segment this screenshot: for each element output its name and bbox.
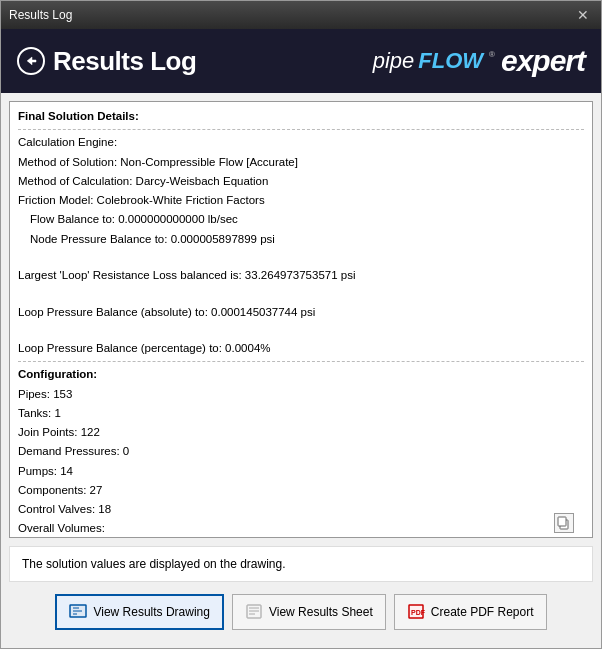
log-config-6: Control Valves: 18 — [18, 501, 584, 518]
brand-pipeflow-expert: pipe FLOW ® expert — [373, 44, 585, 78]
log-config-2: Join Points: 122 — [18, 424, 584, 441]
view-drawing-icon — [69, 604, 87, 620]
header-banner: Results Log pipe FLOW ® expert — [1, 29, 601, 93]
log-divider-top — [18, 129, 584, 130]
log-config-5: Components: 27 — [18, 482, 584, 499]
log-section-title: Final Solution Details: — [18, 108, 584, 125]
svg-text:PDF: PDF — [411, 609, 425, 616]
view-sheet-icon — [245, 604, 263, 620]
log-line-0: Calculation Engine: — [18, 134, 584, 151]
main-window: Results Log ✕ Results Log pipe FLOW ® ex… — [0, 0, 602, 649]
log-config-title: Configuration: — [18, 366, 584, 383]
log-config-4: Pumps: 14 — [18, 463, 584, 480]
svg-rect-1 — [558, 517, 566, 526]
brand-circle-icon — [17, 47, 45, 75]
log-config-0: Pipes: 153 — [18, 386, 584, 403]
create-pdf-label: Create PDF Report — [431, 605, 534, 619]
copy-icon[interactable] — [554, 513, 574, 533]
log-divider-mid — [18, 361, 584, 362]
log-line-11: Loop Pressure Balance (percentage) to: 0… — [18, 340, 584, 357]
log-line-3: Friction Model: Colebrook-White Friction… — [18, 192, 584, 209]
log-line-4: Flow Balance to: 0.000000000000 lb/sec — [18, 211, 584, 228]
log-config-3: Demand Pressures: 0 — [18, 443, 584, 460]
svg-rect-6 — [247, 605, 261, 618]
title-bar: Results Log ✕ — [1, 1, 601, 29]
brand-expert-label: expert — [501, 44, 585, 78]
solution-message: The solution values are displayed on the… — [9, 546, 593, 582]
brand-results-label: Results Log — [53, 46, 196, 77]
log-config-7: Overall Volumes: — [18, 520, 584, 537]
view-results-sheet-button[interactable]: View Results Sheet — [232, 594, 386, 630]
log-line-2: Method of Calculation: Darcy-Weisbach Eq… — [18, 173, 584, 190]
buttons-row: View Results Drawing View Results Sheet — [9, 590, 593, 640]
log-text-area[interactable]: Final Solution Details: Calculation Engi… — [10, 102, 592, 537]
title-bar-text: Results Log — [9, 8, 72, 22]
brand-pipe-label: pipe — [373, 48, 415, 74]
close-button[interactable]: ✕ — [573, 6, 593, 24]
log-config-1: Tanks: 1 — [18, 405, 584, 422]
view-sheet-label: View Results Sheet — [269, 605, 373, 619]
create-pdf-button[interactable]: PDF Create PDF Report — [394, 594, 547, 630]
view-results-drawing-button[interactable]: View Results Drawing — [55, 594, 224, 630]
brand-logo: Results Log — [17, 46, 196, 77]
log-line-5: Node Pressure Balance to: 0.000005897899… — [18, 231, 584, 248]
brand-flow-label: FLOW — [418, 48, 483, 74]
view-drawing-label: View Results Drawing — [93, 605, 210, 619]
content-area: Final Solution Details: Calculation Engi… — [1, 93, 601, 648]
log-line-1: Method of Solution: Non-Compressible Flo… — [18, 154, 584, 171]
pdf-icon: PDF — [407, 604, 425, 620]
log-line-7: Largest 'Loop' Resistance Loss balanced … — [18, 267, 584, 284]
log-panel: Final Solution Details: Calculation Engi… — [9, 101, 593, 538]
log-line-9: Loop Pressure Balance (absolute) to: 0.0… — [18, 304, 584, 321]
brand-registered: ® — [489, 50, 495, 59]
